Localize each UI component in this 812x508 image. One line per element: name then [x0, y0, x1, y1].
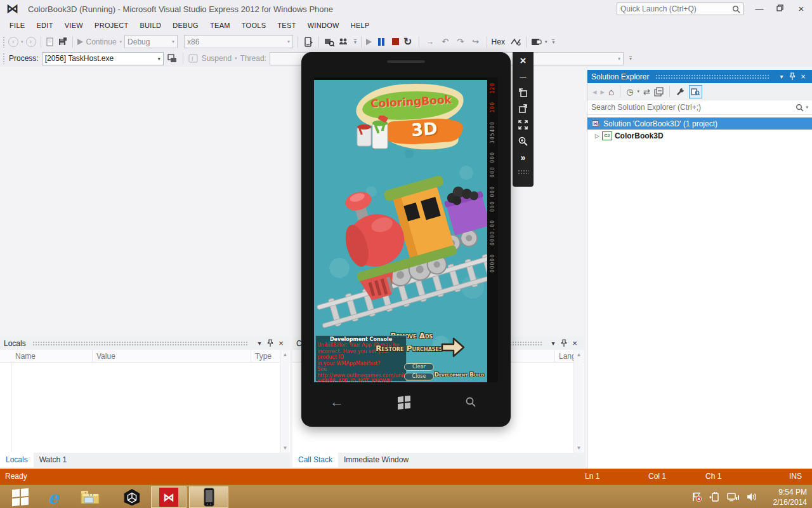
locals-scrollbar[interactable]: ▲ ▼: [280, 350, 289, 453]
new-item-icon[interactable]: [46, 37, 55, 47]
navigate-back-dropdown[interactable]: ▾: [21, 39, 23, 44]
start-button[interactable]: [5, 486, 36, 508]
collapse-all-icon[interactable]: [654, 87, 664, 97]
restore-button[interactable]: [770, 3, 789, 15]
back-icon[interactable]: ◂: [593, 87, 597, 97]
menu-test[interactable]: TEST: [272, 19, 301, 32]
sync-with-active-document-icon[interactable]: ⇄: [643, 87, 650, 97]
taskbar-unity[interactable]: [115, 486, 148, 508]
toolbar-grip[interactable]: [3, 36, 6, 48]
navigate-forward-button[interactable]: ›: [26, 37, 36, 47]
menu-help[interactable]: HELP: [345, 19, 376, 32]
platform-combo[interactable]: x86▾: [184, 35, 293, 48]
rotate-left-icon[interactable]: [518, 88, 528, 98]
quick-launch-input[interactable]: [617, 4, 732, 13]
expander-icon[interactable]: ▷: [595, 133, 599, 139]
step-over-icon[interactable]: ↷: [454, 36, 467, 48]
tab-immediate-window[interactable]: Immediate Window: [338, 453, 414, 467]
window-position-icon[interactable]: ▾: [548, 340, 558, 347]
tab-locals[interactable]: Locals: [0, 453, 34, 467]
solution-explorer-search[interactable]: ▾: [587, 100, 812, 115]
pending-changes-filter-icon[interactable]: ◷: [626, 87, 633, 97]
properties-wrench-icon[interactable]: [676, 87, 685, 97]
minimize-icon[interactable]: ─: [517, 72, 530, 82]
deploy-device-icon[interactable]: [303, 36, 314, 48]
restart-button[interactable]: ↻: [402, 36, 414, 48]
power-battery-icon[interactable]: [709, 491, 721, 502]
toolbar-grip[interactable]: [518, 170, 529, 175]
menu-tools[interactable]: TOOLS: [236, 19, 272, 32]
menu-build[interactable]: BUILD: [134, 19, 167, 32]
scroll-down-icon[interactable]: ▼: [280, 443, 290, 453]
toolbar-options-icon[interactable]: ▾: [354, 39, 357, 44]
rotate-right-icon[interactable]: [518, 104, 528, 114]
hex-toggle[interactable]: Hex: [492, 37, 505, 46]
toolbar-overflow-icon[interactable]: ▾: [629, 56, 632, 61]
output-window-icon[interactable]: [531, 37, 542, 46]
attach-debugger-icon[interactable]: [324, 37, 335, 47]
menu-edit[interactable]: EDIT: [30, 19, 58, 32]
taskbar-clock[interactable]: 9:54 PM 2/16/2014: [773, 487, 807, 507]
toolbar-grip[interactable]: [3, 53, 6, 64]
scroll-up-icon[interactable]: ▲: [574, 350, 584, 359]
close-icon[interactable]: ×: [276, 338, 286, 348]
suspend-label[interactable]: Suspend: [202, 54, 232, 63]
solution-explorer-titlebar[interactable]: Solution Explorer ▾ ×: [587, 70, 812, 83]
process-combo[interactable]: [2056] TaskHost.exe▾: [42, 52, 164, 65]
stop-debugging-button[interactable]: [392, 38, 399, 45]
phone-search-button[interactable]: [465, 396, 476, 408]
home-icon[interactable]: ⌂: [608, 86, 614, 97]
menu-view[interactable]: VIEW: [59, 19, 89, 32]
close-icon[interactable]: ×: [798, 72, 808, 81]
start-debug-icon[interactable]: [366, 39, 372, 45]
column-value[interactable]: Value: [93, 350, 251, 362]
signal-toggle-icon[interactable]: [510, 37, 521, 46]
minimize-button[interactable]: —: [750, 3, 769, 15]
pin-icon[interactable]: [561, 339, 567, 347]
taskbar-phone-emulator[interactable]: [189, 486, 228, 508]
window-position-icon[interactable]: ▾: [776, 73, 787, 80]
solution-search-input[interactable]: [591, 103, 796, 112]
tree-item-project[interactable]: ▷ C# ColorBook3D: [587, 130, 812, 142]
window-position-icon[interactable]: ▾: [254, 340, 265, 347]
zoom-icon[interactable]: [518, 136, 528, 147]
menu-team[interactable]: TEAM: [204, 19, 236, 32]
locals-titlebar[interactable]: Locals ▾ ×: [0, 337, 290, 350]
tree-item-solution[interactable]: ⋈ Solution 'ColorBook3D' (1 project): [587, 117, 812, 130]
break-all-button[interactable]: [378, 38, 384, 46]
pin-icon[interactable]: [789, 72, 796, 81]
taskbar-file-explorer[interactable]: [75, 486, 105, 508]
expand-more-icon[interactable]: »: [517, 152, 530, 163]
menu-debug[interactable]: DEBUG: [167, 19, 204, 32]
callstack-scrollbar[interactable]: ▲ ▼: [573, 350, 583, 453]
forward-icon[interactable]: ▸: [601, 87, 605, 97]
chevron-down-icon[interactable]: ▾: [545, 39, 547, 44]
emulator-screen[interactable]: ColoringBook 3D: [314, 77, 498, 382]
step-out-icon[interactable]: ↪: [469, 36, 482, 48]
column-name[interactable]: Name: [0, 350, 93, 362]
close-icon[interactable]: ×: [570, 338, 580, 348]
tab-watch1[interactable]: Watch 1: [34, 453, 73, 467]
close-icon[interactable]: ×: [517, 56, 530, 66]
navigate-back-button[interactable]: ‹: [8, 37, 18, 47]
show-next-statement-icon[interactable]: →: [424, 36, 436, 48]
network-icon[interactable]: [727, 491, 740, 502]
pin-icon[interactable]: [267, 339, 273, 347]
show-all-files-button[interactable]: [689, 85, 702, 98]
configuration-combo[interactable]: Debug▾: [124, 35, 178, 48]
phone-start-button[interactable]: [398, 396, 410, 410]
save-all-icon[interactable]: [58, 37, 68, 47]
scroll-up-icon[interactable]: ▲: [280, 350, 290, 359]
parallel-stacks-icon[interactable]: [337, 37, 349, 47]
action-center-flag-icon[interactable]: [691, 491, 702, 502]
next-arrow-button[interactable]: [440, 335, 466, 359]
volume-icon[interactable]: [746, 491, 757, 502]
quick-launch-box[interactable]: [617, 3, 743, 15]
taskbar-internet-explorer[interactable]: e: [38, 486, 69, 508]
phone-back-button[interactable]: ←: [330, 394, 344, 410]
fit-to-screen-icon[interactable]: [518, 119, 528, 130]
process-snapshot-icon[interactable]: [167, 53, 178, 64]
step-into-icon[interactable]: ↶: [439, 36, 452, 48]
console-close-button[interactable]: Close: [404, 373, 434, 380]
menu-file[interactable]: FILE: [4, 19, 30, 32]
